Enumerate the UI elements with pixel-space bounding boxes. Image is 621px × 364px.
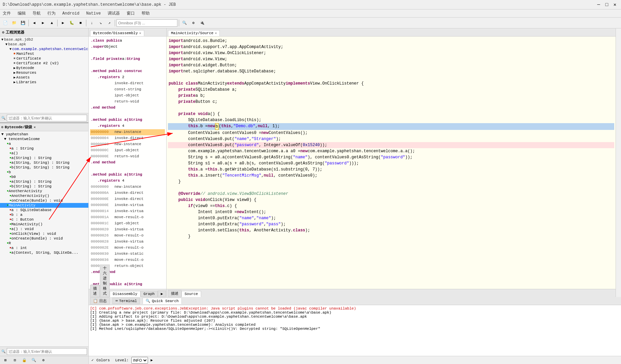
level-select[interactable]: INFO	[131, 357, 148, 364]
menu-edit[interactable]: 编辑	[16, 10, 27, 17]
toolbar-search[interactable]: 🔍	[180, 19, 189, 27]
bytecode-filter-input[interactable]	[7, 348, 87, 355]
close-button[interactable]: ✕	[612, 1, 618, 8]
btree-main-a-db[interactable]: ● a : SQLiteDatabase	[0, 208, 88, 212]
tree-item-libraries[interactable]: ▶ Libraries	[0, 80, 88, 85]
source-tab-close[interactable]: ✕	[215, 31, 217, 35]
bytecode-tab-label: Bytecode/Disassembly	[93, 31, 138, 35]
toolbar-plugins[interactable]: 🔌	[198, 19, 206, 27]
menu-native[interactable]: Native	[85, 10, 102, 17]
btree-a[interactable]: ● a	[0, 141, 88, 146]
toolbar-step[interactable]: ↓	[88, 19, 96, 27]
btree-another-ctor[interactable]: ● AnotherActivity()	[0, 194, 88, 198]
tab-log[interactable]: 📋 日志	[90, 297, 110, 304]
tree-item-cert2[interactable]: ■ Certificate #2 (v2)	[0, 61, 88, 66]
toolbar-step2[interactable]: ↘	[97, 19, 105, 27]
tab-disassembly[interactable]: Disassembly	[110, 291, 141, 297]
tab-describe[interactable]: 描述	[90, 285, 100, 297]
tree-item-package[interactable]: ▼ com.example.yaphetshan.tencentwelcome	[0, 47, 88, 51]
btree-toolbar-5[interactable]: ⚙	[39, 356, 47, 364]
tab-src-describe[interactable]: 描述	[168, 290, 181, 297]
tab-quick-search[interactable]: 🔍 Quick Search	[143, 298, 181, 304]
btree-b-string2[interactable]: ● b(String, String) : String	[0, 165, 88, 170]
toolbar-run[interactable]: ▶	[59, 19, 67, 27]
src-line: public void onClick(View view0) {	[168, 197, 614, 203]
toolbar-forward[interactable]: ▶	[39, 19, 47, 27]
toolbar-save[interactable]: 💾	[19, 19, 27, 27]
btree-b-a-string[interactable]: ● a(String) : String	[0, 179, 88, 184]
bytecode-tree-toolbar: ⊞ ⊟ 🔒 🔍 ⚙	[0, 356, 88, 364]
filter-input[interactable]	[7, 115, 87, 121]
tab-src-source[interactable]: Source	[181, 291, 201, 297]
tree-item-cert[interactable]: ■ Certificate	[0, 56, 88, 61]
btree-toolbar-1[interactable]: ⊞	[1, 356, 9, 364]
btree-another[interactable]: ● AnotherActivity	[0, 189, 88, 194]
bytecode-code-area[interactable]: .class public a .super Object .field pri…	[89, 37, 166, 289]
tab-more[interactable]: ▶	[158, 291, 166, 297]
log-line-3: [I] {base.apk > base.apk}: Resource file…	[90, 319, 620, 323]
btree-b[interactable]: ● b	[0, 170, 88, 175]
btree-toolbar-3[interactable]: 🔒	[20, 356, 28, 364]
btree-toolbar-2[interactable]: ⊟	[11, 356, 19, 364]
btree-a-method[interactable]: ● a()	[0, 151, 88, 156]
btree-yaphetshan[interactable]: ▼ yaphetshan	[0, 132, 88, 137]
tree-item-resources[interactable]: ▶ Resources	[0, 70, 88, 75]
tree-item-bytecode[interactable]: ▶ Bytecode	[0, 66, 88, 70]
btree-R-a[interactable]: ● a : int	[0, 246, 88, 250]
toolbar-settings[interactable]: ⚙	[189, 19, 197, 27]
btree-main-onclick[interactable]: ● onClick(View) : void	[0, 231, 88, 236]
tree-item-apk[interactable]: ▼ base.apk	[0, 42, 88, 47]
tree-item-manifest[interactable]: ■ Manifest	[0, 51, 88, 56]
btree-a-string2[interactable]: ● a(String, String) : String	[0, 160, 88, 165]
minimize-button[interactable]: ─	[595, 1, 602, 8]
menu-file[interactable]: 文件	[1, 10, 12, 17]
btree-b-b-string[interactable]: ● b(String) : String	[0, 184, 88, 189]
btree-main-a-void[interactable]: ● a() : void	[0, 227, 88, 231]
btree-main-b[interactable]: ● b : a	[0, 212, 88, 217]
bytecode-tab[interactable]: Bytecode/Disassembly ✕	[90, 30, 144, 36]
menu-action[interactable]: 行为	[46, 10, 57, 17]
btree-tencentwelcome[interactable]: ▼ tencentwelcome	[0, 137, 88, 141]
tab-hex[interactable]: 十六进制格式	[100, 265, 110, 297]
toolbar-new[interactable]: 📄	[1, 19, 9, 27]
bytecode-tab-close[interactable]: ✕	[139, 31, 141, 35]
btree-a-string[interactable]: ● a(String) : String	[0, 156, 88, 160]
btree-a-field[interactable]: ● a : String	[0, 146, 88, 151]
tree-item-db[interactable]: ▼ base.apk.jdb2	[0, 37, 88, 42]
btree-b0[interactable]: ● b0	[0, 175, 88, 179]
bc-line: .super Object	[90, 44, 165, 50]
omnibox-input[interactable]	[116, 19, 177, 27]
btree-main[interactable]: ● MainActivity	[0, 203, 88, 208]
btree-R[interactable]: ● R	[0, 241, 88, 246]
menu-nav[interactable]: 导航	[31, 10, 42, 17]
cert-icon: ■	[14, 57, 15, 60]
tree-item-assets[interactable]: ▶ Assets	[0, 75, 88, 80]
menu-debugger[interactable]: 调试器	[106, 10, 121, 17]
tab-graph[interactable]: Graph	[141, 291, 158, 297]
bytecode-tree-filter: 🔍	[0, 346, 88, 356]
tab-terminal[interactable]: ⌨ Terminal	[112, 298, 140, 304]
menu-help[interactable]: 帮助	[140, 10, 151, 17]
source-code-area[interactable]: import android.os.Bundle; import android…	[167, 37, 616, 289]
btree-another-oncreate[interactable]: ● onCreate(Bundle) : void	[0, 198, 88, 203]
btree-main-c[interactable]: ● c : Button	[0, 217, 88, 222]
bc-line: 0000001A move-result-o	[90, 214, 165, 221]
btree-main-oncreate[interactable]: ● onCreate(Bundle) : void	[0, 236, 88, 241]
btree-main-ctor[interactable]: ● MainActivity()	[0, 222, 88, 227]
menu-window[interactable]: 窗口	[125, 10, 136, 17]
log-line-1: [I] Creating a new project (primary file…	[90, 311, 620, 315]
right-scrollbar[interactable]	[616, 28, 621, 297]
toolbar-stop[interactable]: ■	[77, 19, 85, 27]
toolbar-open[interactable]: 📁	[10, 19, 18, 27]
btree-R-ctx[interactable]: ● a(Context, String, SQLiteDa...	[0, 250, 88, 255]
manifest-label: Manifest	[16, 52, 34, 56]
toolbar-back[interactable]: ◀	[30, 19, 38, 27]
menu-android[interactable]: Android	[61, 10, 81, 17]
maximize-button[interactable]: □	[603, 1, 610, 8]
toolbar-out[interactable]: ↗	[105, 19, 113, 27]
toolbar-up[interactable]: ▲	[48, 19, 56, 27]
btree-toolbar-4[interactable]: 🔍	[30, 356, 38, 364]
toolbar-debug[interactable]: 🐛	[68, 19, 76, 27]
bc-line: 00000008 new-instance	[90, 141, 165, 147]
source-tab[interactable]: MainActivity/Source ✕	[168, 30, 220, 36]
